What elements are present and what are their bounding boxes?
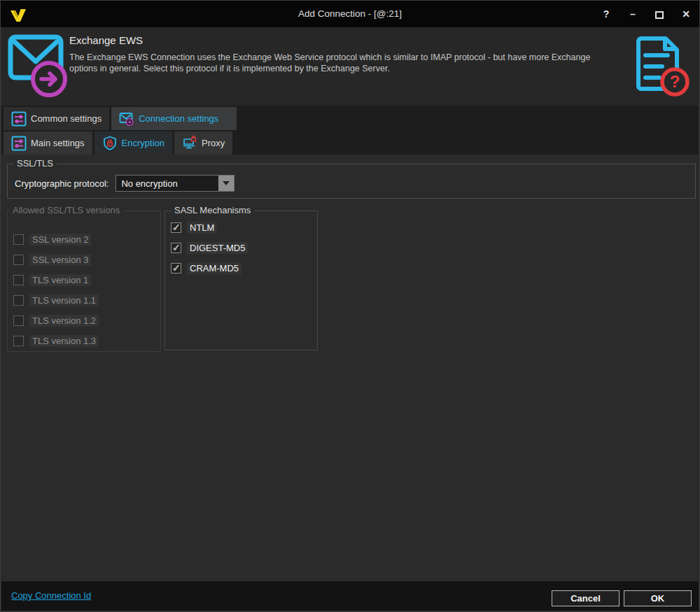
allowed-versions-group-label: Allowed SSL/TLS versions <box>9 205 123 215</box>
checkbox-label: DIGEST-MD5 <box>187 242 248 254</box>
encryption-settings-panel: SSL/TLS Cryptographic protocol: No encry… <box>1 155 699 583</box>
tab-label: Main settings <box>31 138 85 148</box>
envelope-arrow-icon <box>7 31 71 98</box>
checkbox-icon[interactable] <box>171 263 181 273</box>
maximize-button[interactable] <box>646 1 673 27</box>
checkbox-digest-md5[interactable]: DIGEST-MD5 <box>171 243 248 253</box>
cryptographic-protocol-select[interactable]: No encryption <box>115 175 234 192</box>
title-bar: Add Connection - [@:21] ? – ✕ <box>1 1 699 27</box>
svg-text:?: ? <box>670 72 680 91</box>
tab-label: Common settings <box>31 113 102 124</box>
checkbox-icon[interactable] <box>13 234 24 245</box>
checkbox-ntlm[interactable]: NTLM <box>171 222 248 233</box>
checkbox-label: NTLM <box>187 222 217 234</box>
ssl-tls-group-label: SSL/TLS <box>13 158 57 169</box>
checkbox-cram-md5[interactable]: CRAM-MD5 <box>171 263 248 273</box>
checkbox-icon[interactable] <box>13 336 24 346</box>
dialog-header: Exchange EWS The Exchange EWS Connection… <box>1 27 699 106</box>
primary-tab-strip: Common settings Connection settings <box>1 106 699 130</box>
checkbox-label: TLS version 1 <box>29 274 91 286</box>
checkbox-label: TLS version 1.2 <box>29 315 99 327</box>
checkbox-tls-version-1-3[interactable]: TLS version 1.3 <box>13 336 99 346</box>
tab-label: Proxy <box>202 138 225 148</box>
cryptographic-protocol-label: Cryptographic protocol: <box>15 178 108 189</box>
ssl-tls-groupbox: SSL/TLS Cryptographic protocol: No encry… <box>7 164 696 199</box>
checkbox-label: CRAM-MD5 <box>187 262 241 274</box>
checkbox-label: TLS version 1.3 <box>29 335 99 347</box>
checkbox-tls-version-1[interactable]: TLS version 1 <box>13 275 99 285</box>
sliders-icon <box>11 111 27 127</box>
sasl-group-label: SASL Mechanisms <box>171 205 254 215</box>
tab-common-settings[interactable]: Common settings <box>4 107 109 130</box>
checkbox-icon[interactable] <box>13 255 24 265</box>
ok-button[interactable]: OK <box>624 590 692 606</box>
envelope-arrow-icon <box>119 111 134 127</box>
allowed-ssl-tls-versions-groupbox: Allowed SSL/TLS versions SSL version 2 S… <box>7 211 161 352</box>
chevron-down-icon <box>223 181 230 185</box>
tab-proxy[interactable]: Proxy <box>174 131 232 155</box>
checkbox-icon[interactable] <box>171 222 181 233</box>
sasl-mechanisms-groupbox: SASL Mechanisms NTLM DIGEST-MD5 CRAM-MD5 <box>164 211 318 350</box>
connection-type-title: Exchange EWS <box>69 34 143 46</box>
tab-label: Connection settings <box>139 113 218 124</box>
add-connection-dialog: Add Connection - [@:21] ? – ✕ Exchange E… <box>0 0 700 612</box>
tab-main-settings[interactable]: Main settings <box>4 131 92 155</box>
checkbox-ssl-version-2[interactable]: SSL version 2 <box>13 234 99 245</box>
checkbox-icon[interactable] <box>13 315 24 326</box>
secondary-tab-strip: Main settings Encryption Proxy <box>1 130 699 155</box>
cryptographic-protocol-row: Cryptographic protocol: No encryption <box>15 175 234 192</box>
tab-encryption[interactable]: Encryption <box>94 131 172 155</box>
checkbox-tls-version-1-1[interactable]: TLS version 1.1 <box>13 295 99 306</box>
maximize-icon <box>655 11 664 19</box>
dropdown-button[interactable] <box>218 176 234 191</box>
copy-connection-id-link[interactable]: Copy Connection Id <box>11 590 91 601</box>
checkbox-tls-version-1-2[interactable]: TLS version 1.2 <box>13 315 99 326</box>
checkbox-label: SSL version 2 <box>29 234 91 245</box>
dialog-footer: Copy Connection Id Cancel OK <box>1 581 699 611</box>
checkbox-icon[interactable] <box>13 295 24 306</box>
document-help-icon[interactable]: ? <box>631 31 690 100</box>
sliders-icon <box>11 136 27 151</box>
laptop-lock-icon <box>182 136 197 151</box>
checkbox-label: SSL version 3 <box>29 254 91 266</box>
help-button[interactable]: ? <box>593 1 620 27</box>
minimize-button[interactable]: – <box>620 1 646 27</box>
close-button[interactable]: ✕ <box>673 1 699 27</box>
checkbox-icon[interactable] <box>13 275 24 285</box>
checkbox-label: TLS version 1.1 <box>29 294 99 306</box>
checkbox-ssl-version-3[interactable]: SSL version 3 <box>13 255 99 265</box>
connection-type-description: The Exchange EWS Connection uses the Exc… <box>69 52 618 74</box>
checkbox-icon[interactable] <box>171 243 181 253</box>
tab-connection-settings[interactable]: Connection settings <box>111 107 237 130</box>
cancel-button[interactable]: Cancel <box>552 590 620 606</box>
shield-lock-icon <box>102 136 118 151</box>
tab-label: Encryption <box>122 138 164 148</box>
cryptographic-protocol-value: No encryption <box>116 178 218 189</box>
